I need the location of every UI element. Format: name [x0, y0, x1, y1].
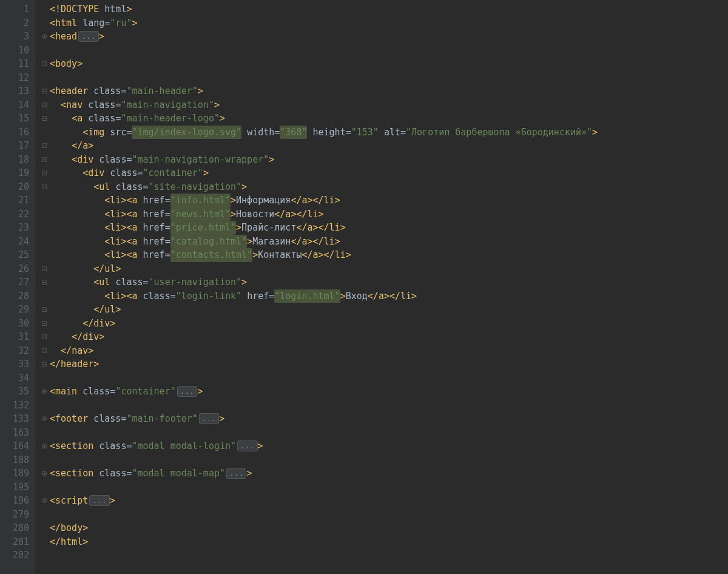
line-number: 163: [4, 426, 29, 440]
fold-collapse-icon[interactable]: ⊟: [39, 98, 50, 112]
code-line[interactable]: ⊟ </nav>: [39, 344, 728, 358]
code-line[interactable]: <!DOCTYPE html>: [39, 2, 728, 16]
fold-collapse-icon[interactable]: ⊟: [39, 153, 50, 167]
code-line[interactable]: [39, 508, 728, 522]
folded-region[interactable]: ...: [226, 468, 246, 479]
code-line[interactable]: <li><a href="contacts.html">Контакты</a>…: [39, 248, 728, 262]
code-line[interactable]: [39, 453, 728, 467]
fold-empty: [39, 399, 50, 413]
line-number: 34: [4, 371, 29, 385]
fold-collapse-icon[interactable]: ⊟: [39, 275, 50, 289]
fold-empty: [39, 235, 50, 249]
code-line[interactable]: ⊟<body>: [39, 57, 728, 71]
line-number: 132: [4, 399, 29, 413]
fold-expand-icon[interactable]: ⊕: [39, 412, 50, 426]
code-line[interactable]: ⊕<head...>: [39, 30, 728, 44]
code-line[interactable]: ⊟<header class="main-header">: [39, 84, 728, 98]
fold-empty: [39, 44, 50, 58]
fold-empty: [39, 248, 50, 262]
fold-empty: [39, 16, 50, 30]
fold-empty: [39, 426, 50, 440]
line-number: 33: [4, 357, 29, 371]
code-line[interactable]: <img src="img/index-logo.svg" width="368…: [39, 126, 728, 140]
fold-collapse-icon[interactable]: ⊟: [39, 262, 50, 276]
folded-region[interactable]: ...: [78, 31, 98, 42]
fold-collapse-icon[interactable]: ⊟: [39, 166, 50, 180]
line-number: 195: [4, 481, 29, 495]
fold-collapse-icon[interactable]: ⊟: [39, 330, 50, 344]
line-number: 26: [4, 262, 29, 276]
code-line[interactable]: ⊟ <nav class="main-navigation">: [39, 98, 728, 112]
code-line[interactable]: [39, 44, 728, 58]
fold-collapse-icon[interactable]: ⊟: [39, 84, 50, 98]
fold-collapse-icon[interactable]: ⊟: [39, 112, 50, 126]
fold-collapse-icon[interactable]: ⊟: [39, 317, 50, 331]
code-line[interactable]: <li><a href="news.html">Новости</a></li>: [39, 208, 728, 221]
line-number: 164: [4, 439, 29, 453]
code-line[interactable]: <li><a href="price.html">Прайс-лист</a><…: [39, 221, 728, 235]
code-line[interactable]: [39, 549, 728, 562]
folded-region[interactable]: ...: [237, 441, 257, 451]
fold-collapse-icon[interactable]: ⊟: [39, 357, 50, 371]
code-area[interactable]: <!DOCTYPE html> <html lang="ru">⊕<head..…: [35, 0, 728, 574]
code-line[interactable]: ⊕<section class="modal modal-login"...>: [39, 439, 728, 453]
code-line[interactable]: ⊟ </a>: [39, 139, 728, 153]
fold-empty: [39, 208, 50, 221]
code-line[interactable]: ⊕<section class="modal modal-map"...>: [39, 467, 728, 481]
line-number: 188: [4, 453, 29, 467]
code-line[interactable]: <html lang="ru">: [39, 16, 728, 30]
fold-collapse-icon[interactable]: ⊟: [39, 139, 50, 153]
code-line[interactable]: ⊟ <ul class="site-navigation">: [39, 180, 728, 194]
code-line[interactable]: ⊟ <ul class="user-navigation">: [39, 275, 728, 289]
fold-collapse-icon[interactable]: ⊟: [39, 344, 50, 358]
fold-collapse-icon[interactable]: ⊟: [39, 57, 50, 71]
code-line[interactable]: ⊟ </ul>: [39, 262, 728, 276]
fold-expand-icon[interactable]: ⊕: [39, 494, 50, 508]
line-number: 279: [4, 508, 29, 522]
line-number: 196: [4, 494, 29, 508]
code-line[interactable]: <li><a href="catalog.html">Магазин</a></…: [39, 235, 728, 249]
folded-region[interactable]: ...: [177, 386, 197, 397]
line-number: 3: [4, 30, 29, 44]
fold-collapse-icon[interactable]: ⊟: [39, 180, 50, 194]
line-number: 19: [4, 166, 29, 180]
fold-empty: [39, 508, 50, 522]
code-line[interactable]: [39, 399, 728, 413]
folded-region[interactable]: ...: [199, 413, 219, 424]
code-line[interactable]: ⊟ <div class="main-navigation-wrapper">: [39, 153, 728, 167]
code-line[interactable]: ⊟ </div>: [39, 317, 728, 331]
code-line[interactable]: ⊕<footer class="main-footer"...>: [39, 412, 728, 426]
line-number: 22: [4, 208, 29, 221]
line-number: 1: [4, 2, 29, 16]
line-number: 10: [4, 44, 29, 58]
line-number: 25: [4, 248, 29, 262]
code-line[interactable]: [39, 71, 728, 85]
code-line[interactable]: </html>: [39, 535, 728, 549]
code-line[interactable]: <li><a class="login-link" href="login.ht…: [39, 289, 728, 303]
line-number: 280: [4, 521, 29, 535]
fold-expand-icon[interactable]: ⊕: [39, 385, 50, 399]
code-line[interactable]: [39, 481, 728, 495]
code-line[interactable]: </body>: [39, 521, 728, 535]
code-line[interactable]: ⊟ </ul>: [39, 303, 728, 317]
fold-expand-icon[interactable]: ⊕: [39, 467, 50, 481]
code-line[interactable]: ⊕<main class="container"...>: [39, 385, 728, 399]
fold-empty: [39, 194, 50, 208]
fold-expand-icon[interactable]: ⊕: [39, 30, 50, 44]
line-number: 133: [4, 412, 29, 426]
code-line[interactable]: ⊟ <div class="container">: [39, 166, 728, 180]
fold-empty: [39, 221, 50, 235]
fold-empty: [39, 535, 50, 549]
code-line[interactable]: [39, 426, 728, 440]
fold-collapse-icon[interactable]: ⊟: [39, 303, 50, 317]
code-line[interactable]: ⊟ </div>: [39, 330, 728, 344]
fold-empty: [39, 2, 50, 16]
code-line[interactable]: ⊟</header>: [39, 357, 728, 371]
fold-expand-icon[interactable]: ⊕: [39, 439, 50, 453]
folded-region[interactable]: ...: [89, 495, 109, 506]
code-line[interactable]: ⊕<script...>: [39, 494, 728, 508]
code-line[interactable]: [39, 371, 728, 385]
code-line[interactable]: <li><a href="info.html">Информация</a></…: [39, 194, 728, 208]
line-number: 23: [4, 221, 29, 235]
code-line[interactable]: ⊟ <a class="main-header-logo">: [39, 112, 728, 126]
